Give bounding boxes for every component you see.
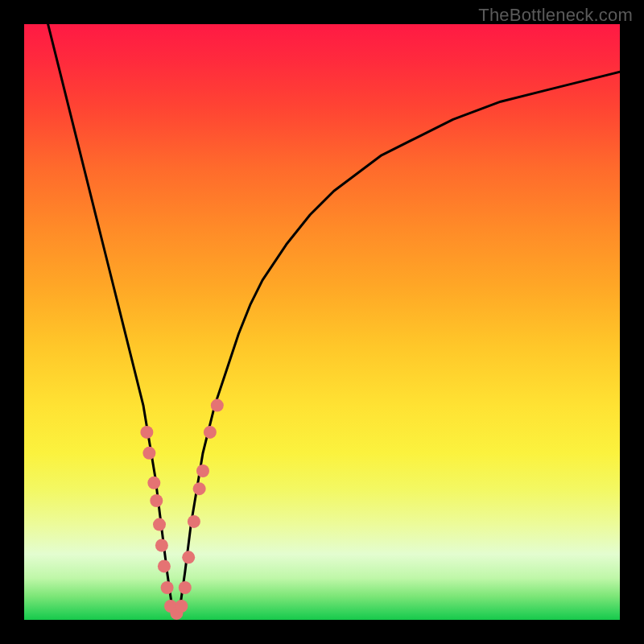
curve-dot (142, 447, 155, 460)
watermark-text: TheBottleneck.com (478, 5, 633, 26)
curve-dot (147, 477, 160, 489)
plot-area (24, 24, 620, 620)
curve-dot (182, 551, 195, 564)
curve-dot (179, 581, 192, 594)
curve-dot (158, 559, 171, 572)
curve-dot (196, 464, 209, 477)
curve-dot (204, 426, 217, 439)
curve-dot (175, 600, 188, 613)
curve-dot (140, 426, 153, 439)
curve-dot (153, 518, 166, 531)
curve-dot (193, 482, 206, 495)
curve-dots (140, 399, 223, 620)
curve-layer (24, 24, 620, 620)
curve-dot (150, 494, 163, 507)
curve-dot (211, 399, 224, 412)
chart-container: TheBottleneck.com (0, 0, 644, 644)
bottleneck-curve (48, 24, 620, 614)
curve-dot (188, 515, 200, 528)
curve-dot (161, 581, 174, 594)
curve-dot (155, 539, 168, 552)
